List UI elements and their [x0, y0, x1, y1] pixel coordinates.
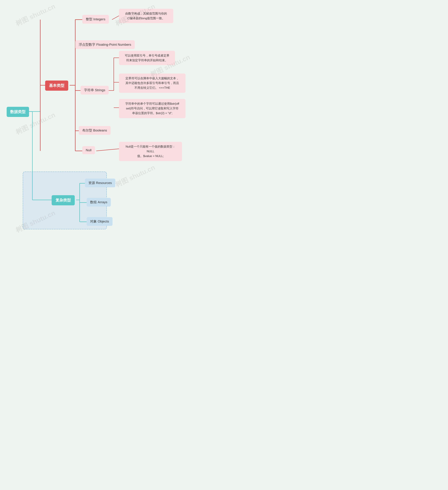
null-node: Null: [82, 146, 95, 154]
strings-node: 字符串 Strings: [80, 86, 109, 95]
integers-node: 整型 Integers: [82, 15, 109, 24]
watermark-5: 树图 shutu.cn: [114, 163, 156, 189]
desc-strings-1: 可以使用双引号，单引号或者定界符来划定字符串的开始和结束。: [119, 51, 175, 65]
desc-strings-2: 定界符可以在脚本中嵌入大篇幅的文本，其中还能包含许多双引号和单引号，而且不用去转…: [119, 74, 186, 93]
resources-node: 资源 Resources: [85, 179, 115, 187]
floating-node: 浮点型数字 Floating-Point Numbers: [75, 40, 135, 49]
diagram-container: 树图 shutu.cn 树图 shutu.cn 树图 shutu.cn 树图 s…: [0, 0, 224, 245]
watermark-1: 树图 shutu.cn: [14, 2, 57, 28]
complex-type-node: 复杂类型: [52, 195, 75, 205]
arrays-node: 数组 Arrays: [87, 198, 111, 207]
objects-node: 对象 Objects: [87, 217, 112, 226]
basic-type-node: 基本类型: [45, 80, 68, 91]
desc-null: Null是一个只能有一个值的数据类型：NULL值。$value = NULL;: [119, 142, 182, 161]
desc-strings-3: 字符串中的单个字符可以通过使用$str{offset}符号访问，可以用它读取和写…: [119, 99, 186, 118]
root-node: 数据类型: [7, 107, 29, 117]
desc-integers: 由数字构成，其赋值范围与你的C编译器的long值范围一致。: [119, 9, 173, 23]
booleans-node: 布尔型 Booleans: [79, 126, 111, 135]
svg-line-20: [112, 16, 119, 20]
svg-line-26: [96, 149, 119, 151]
